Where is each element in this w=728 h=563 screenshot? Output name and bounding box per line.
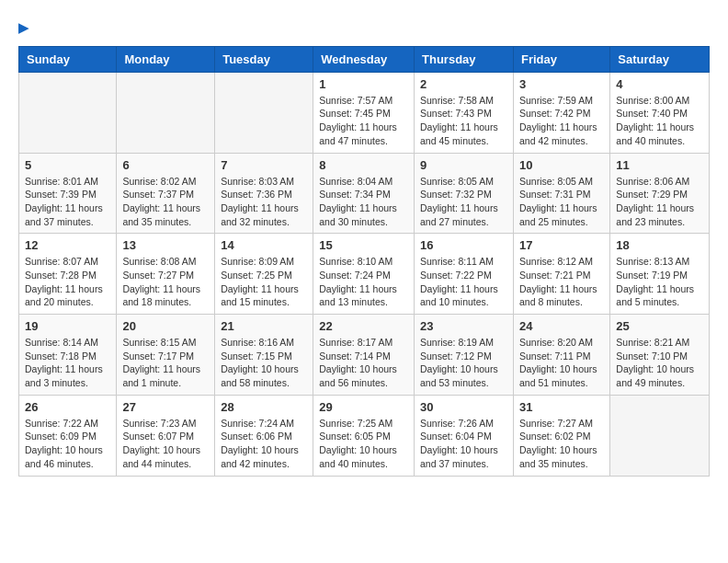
logo-icon-shape: ▶: [18, 20, 28, 35]
calendar-header: SundayMondayTuesdayWednesdayThursdayFrid…: [19, 46, 710, 72]
day-info: Sunrise: 8:00 AM Sunset: 7:40 PM Dayligh…: [616, 94, 703, 148]
calendar-cell: 11Sunrise: 8:06 AM Sunset: 7:29 PM Dayli…: [610, 153, 710, 234]
day-info: Sunrise: 8:05 AM Sunset: 7:31 PM Dayligh…: [519, 175, 604, 229]
calendar-cell: 2Sunrise: 7:58 AM Sunset: 7:43 PM Daylig…: [415, 72, 514, 153]
calendar-cell: 10Sunrise: 8:05 AM Sunset: 7:31 PM Dayli…: [513, 153, 609, 234]
calendar-cell: 24Sunrise: 8:20 AM Sunset: 7:11 PM Dayli…: [513, 315, 609, 396]
calendar-cell: [610, 395, 710, 476]
calendar-cell: 5Sunrise: 8:01 AM Sunset: 7:39 PM Daylig…: [19, 153, 117, 234]
calendar-cell: 27Sunrise: 7:23 AM Sunset: 6:07 PM Dayli…: [117, 395, 215, 476]
day-number: 26: [25, 400, 110, 414]
day-info: Sunrise: 7:27 AM Sunset: 6:02 PM Dayligh…: [519, 417, 604, 471]
day-number: 20: [122, 319, 209, 333]
day-info: Sunrise: 8:01 AM Sunset: 7:39 PM Dayligh…: [25, 175, 110, 229]
day-info: Sunrise: 7:24 AM Sunset: 6:06 PM Dayligh…: [221, 417, 307, 471]
calendar-cell: 22Sunrise: 8:17 AM Sunset: 7:14 PM Dayli…: [313, 315, 415, 396]
day-info: Sunrise: 8:21 AM Sunset: 7:10 PM Dayligh…: [616, 336, 703, 390]
header-cell-monday: Monday: [117, 46, 215, 72]
day-number: 2: [420, 77, 507, 91]
logo: ▶: [18, 18, 28, 37]
day-number: 13: [122, 238, 209, 252]
day-info: Sunrise: 8:11 AM Sunset: 7:22 PM Dayligh…: [420, 255, 507, 309]
calendar-cell: 30Sunrise: 7:26 AM Sunset: 6:04 PM Dayli…: [415, 395, 514, 476]
calendar-cell: 28Sunrise: 7:24 AM Sunset: 6:06 PM Dayli…: [215, 395, 313, 476]
header-cell-saturday: Saturday: [610, 46, 710, 72]
calendar-table: SundayMondayTuesdayWednesdayThursdayFrid…: [18, 46, 710, 477]
calendar-cell: 12Sunrise: 8:07 AM Sunset: 7:28 PM Dayli…: [19, 234, 117, 315]
week-row-3: 12Sunrise: 8:07 AM Sunset: 7:28 PM Dayli…: [19, 234, 710, 315]
day-number: 24: [519, 319, 604, 333]
day-number: 6: [122, 158, 209, 172]
day-number: 12: [25, 238, 110, 252]
page-header: ▶: [18, 18, 710, 37]
day-number: 15: [319, 238, 408, 252]
calendar-cell: 19Sunrise: 8:14 AM Sunset: 7:18 PM Dayli…: [19, 315, 117, 396]
day-number: 17: [519, 238, 604, 252]
calendar-cell: 31Sunrise: 7:27 AM Sunset: 6:02 PM Dayli…: [513, 395, 609, 476]
day-info: Sunrise: 7:58 AM Sunset: 7:43 PM Dayligh…: [420, 94, 507, 148]
calendar-cell: 7Sunrise: 8:03 AM Sunset: 7:36 PM Daylig…: [215, 153, 313, 234]
day-info: Sunrise: 8:04 AM Sunset: 7:34 PM Dayligh…: [319, 175, 408, 229]
day-number: 3: [519, 77, 604, 91]
day-number: 30: [420, 400, 507, 414]
day-number: 1: [319, 77, 408, 91]
calendar-cell: 23Sunrise: 8:19 AM Sunset: 7:12 PM Dayli…: [415, 315, 514, 396]
day-number: 25: [616, 319, 703, 333]
calendar-cell: 4Sunrise: 8:00 AM Sunset: 7:40 PM Daylig…: [610, 72, 710, 153]
day-info: Sunrise: 8:13 AM Sunset: 7:19 PM Dayligh…: [616, 255, 703, 309]
day-number: 27: [122, 400, 209, 414]
day-info: Sunrise: 7:26 AM Sunset: 6:04 PM Dayligh…: [420, 417, 507, 471]
day-info: Sunrise: 8:14 AM Sunset: 7:18 PM Dayligh…: [25, 336, 110, 390]
header-cell-thursday: Thursday: [415, 46, 514, 72]
week-row-5: 26Sunrise: 7:22 AM Sunset: 6:09 PM Dayli…: [19, 395, 710, 476]
day-number: 9: [420, 158, 507, 172]
day-info: Sunrise: 7:25 AM Sunset: 6:05 PM Dayligh…: [319, 417, 408, 471]
calendar-cell: 15Sunrise: 8:10 AM Sunset: 7:24 PM Dayli…: [313, 234, 415, 315]
day-info: Sunrise: 8:17 AM Sunset: 7:14 PM Dayligh…: [319, 336, 408, 390]
calendar-cell: 8Sunrise: 8:04 AM Sunset: 7:34 PM Daylig…: [313, 153, 415, 234]
day-number: 19: [25, 319, 110, 333]
calendar-cell: 1Sunrise: 7:57 AM Sunset: 7:45 PM Daylig…: [313, 72, 415, 153]
day-number: 7: [221, 158, 307, 172]
day-number: 21: [221, 319, 307, 333]
day-number: 10: [519, 158, 604, 172]
header-cell-sunday: Sunday: [19, 46, 117, 72]
day-info: Sunrise: 8:16 AM Sunset: 7:15 PM Dayligh…: [221, 336, 307, 390]
calendar-cell: 20Sunrise: 8:15 AM Sunset: 7:17 PM Dayli…: [117, 315, 215, 396]
day-number: 18: [616, 238, 703, 252]
day-number: 14: [221, 238, 307, 252]
day-info: Sunrise: 8:09 AM Sunset: 7:25 PM Dayligh…: [221, 255, 307, 309]
header-cell-friday: Friday: [513, 46, 609, 72]
day-info: Sunrise: 8:20 AM Sunset: 7:11 PM Dayligh…: [519, 336, 604, 390]
day-number: 5: [25, 158, 110, 172]
day-info: Sunrise: 8:19 AM Sunset: 7:12 PM Dayligh…: [420, 336, 507, 390]
calendar-cell: 18Sunrise: 8:13 AM Sunset: 7:19 PM Dayli…: [610, 234, 710, 315]
day-info: Sunrise: 8:12 AM Sunset: 7:21 PM Dayligh…: [519, 255, 604, 309]
logo-text: ▶: [18, 18, 28, 37]
day-info: Sunrise: 8:05 AM Sunset: 7:32 PM Dayligh…: [420, 175, 507, 229]
day-number: 23: [420, 319, 507, 333]
calendar-cell: 14Sunrise: 8:09 AM Sunset: 7:25 PM Dayli…: [215, 234, 313, 315]
week-row-1: 1Sunrise: 7:57 AM Sunset: 7:45 PM Daylig…: [19, 72, 710, 153]
day-info: Sunrise: 8:06 AM Sunset: 7:29 PM Dayligh…: [616, 175, 703, 229]
day-number: 29: [319, 400, 408, 414]
header-cell-tuesday: Tuesday: [215, 46, 313, 72]
day-info: Sunrise: 7:23 AM Sunset: 6:07 PM Dayligh…: [122, 417, 209, 471]
day-info: Sunrise: 8:07 AM Sunset: 7:28 PM Dayligh…: [25, 255, 110, 309]
calendar-cell: 6Sunrise: 8:02 AM Sunset: 7:37 PM Daylig…: [117, 153, 215, 234]
day-info: Sunrise: 8:02 AM Sunset: 7:37 PM Dayligh…: [122, 175, 209, 229]
header-row: SundayMondayTuesdayWednesdayThursdayFrid…: [19, 46, 710, 72]
day-info: Sunrise: 7:59 AM Sunset: 7:42 PM Dayligh…: [519, 94, 604, 148]
day-number: 8: [319, 158, 408, 172]
day-number: 11: [616, 158, 703, 172]
day-number: 22: [319, 319, 408, 333]
week-row-4: 19Sunrise: 8:14 AM Sunset: 7:18 PM Dayli…: [19, 315, 710, 396]
calendar-cell: 16Sunrise: 8:11 AM Sunset: 7:22 PM Dayli…: [415, 234, 514, 315]
day-number: 28: [221, 400, 307, 414]
calendar-cell: 9Sunrise: 8:05 AM Sunset: 7:32 PM Daylig…: [415, 153, 514, 234]
day-number: 4: [616, 77, 703, 91]
calendar-cell: [19, 72, 117, 153]
header-cell-wednesday: Wednesday: [313, 46, 415, 72]
calendar-cell: 17Sunrise: 8:12 AM Sunset: 7:21 PM Dayli…: [513, 234, 609, 315]
day-info: Sunrise: 7:22 AM Sunset: 6:09 PM Dayligh…: [25, 417, 110, 471]
